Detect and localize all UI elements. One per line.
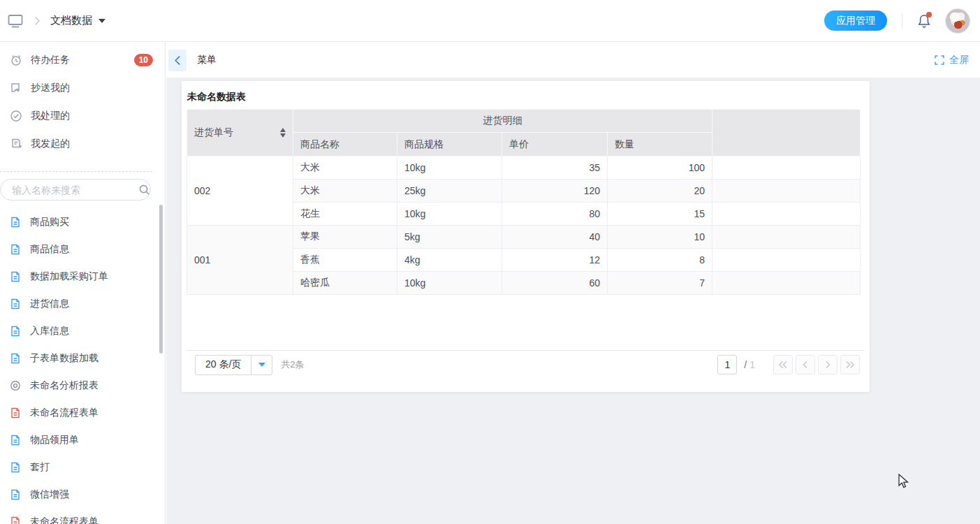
list-item-wechat-enhance[interactable]: 微信增强 (0, 481, 166, 508)
list-item-item-requisition[interactable]: 物品领用单 (0, 426, 166, 453)
list-item-unnamed-flow-form-2[interactable]: 未命名流程表单 (0, 508, 166, 524)
notification-bell-icon[interactable] (917, 13, 931, 29)
cell-product-name: 苹果 (293, 226, 397, 249)
total-pages: 1 (749, 359, 755, 370)
breadcrumb-separator-icon (34, 16, 41, 26)
pagination-divider (187, 350, 864, 351)
sort-icon[interactable] (280, 128, 286, 138)
data-table-card: 未命名数据表 进货单号 进货明细 商品名 (182, 81, 870, 392)
cell-spec: 10kg (397, 203, 502, 226)
sidebar-item-cc-to-me[interactable]: 抄送我的 (0, 74, 166, 102)
last-page-button[interactable] (840, 355, 860, 374)
list-item-label: 套打 (30, 461, 50, 474)
current-page-input[interactable] (717, 355, 737, 374)
cell-empty (712, 226, 861, 249)
list-item-subform-data-load[interactable]: 子表单数据加载 (0, 344, 166, 372)
cell-spec: 10kg (397, 272, 502, 295)
chevron-down-icon (258, 363, 265, 367)
cell-empty (712, 249, 861, 272)
list-item-label: 未命名分析报表 (30, 379, 98, 392)
list-item-warehouse-info[interactable]: 入库信息 (0, 317, 166, 344)
sidebar-search (0, 179, 151, 201)
search-icon[interactable] (138, 184, 150, 196)
app-manage-button[interactable]: 应用管理 (824, 10, 887, 31)
page-size-value: 20 条/页 (196, 356, 251, 374)
table-row[interactable]: 001 苹果 5kg 40 10 (187, 226, 861, 249)
cell-product-name: 大米 (293, 157, 397, 180)
sidebar-scrollbar[interactable] (159, 205, 163, 354)
column-group-header: 进货明细 (293, 110, 712, 133)
cell-empty (712, 203, 861, 226)
notification-dot (926, 12, 932, 17)
form-list: 商品购买 商品信息 数据加载采购订单 进货信息 入库信息 子表单数据加载 未命名… (0, 208, 166, 524)
page-size-caret[interactable] (251, 356, 272, 374)
cell-unit-price: 120 (502, 180, 608, 203)
sidebar: 待办任务 10 抄送我的 我处理的 我发起的 商品购买 商品信息 数据加载采购订… (0, 43, 166, 524)
cell-unit-price: 35 (502, 157, 608, 180)
column-header-quantity: 数量 (608, 133, 712, 157)
list-item-print-template[interactable]: 套打 (0, 453, 166, 481)
column-header-product-name: 商品名称 (293, 133, 397, 157)
main-area: 菜单 全屏 未命名数据表 进货单号 进货明细 (166, 43, 980, 524)
list-item-data-load-purchase-order[interactable]: 数据加载采购订单 (0, 263, 166, 290)
sidebar-item-initiated-by-me[interactable]: 我发起的 (0, 130, 166, 158)
doc-icon (10, 271, 21, 282)
column-header-order-no[interactable]: 进货单号 (187, 110, 293, 157)
topbar: 文档数据 应用管理 (0, 0, 980, 42)
data-table: 进货单号 进货明细 商品名称 商品规格 单价 数量 002 (187, 109, 861, 295)
report-icon (10, 380, 21, 391)
cell-empty (712, 272, 861, 295)
search-input[interactable] (12, 184, 138, 196)
list-item-label: 商品购买 (30, 216, 69, 228)
sidebar-divider (0, 171, 152, 172)
sidebar-item-label: 我发起的 (31, 138, 70, 150)
cell-spec: 25kg (397, 180, 502, 203)
list-item-label: 入库信息 (30, 325, 69, 337)
avatar[interactable] (945, 8, 970, 34)
list-item-goods-info[interactable]: 商品信息 (0, 235, 166, 263)
page-total-label: /1 (744, 359, 755, 370)
back-button[interactable] (168, 50, 187, 71)
chevron-down-icon (98, 19, 105, 23)
alarm-clock-icon (10, 54, 22, 66)
sidebar-item-todo-tasks[interactable]: 待办任务 10 (0, 46, 166, 74)
fullscreen-icon (935, 55, 944, 65)
list-item-label: 数据加载采购订单 (30, 270, 108, 283)
breadcrumb[interactable]: 文档数据 (50, 14, 105, 27)
sidebar-item-label: 待办任务 (31, 54, 70, 66)
doc-icon (10, 489, 21, 500)
list-item-goods-purchase[interactable]: 商品购买 (0, 208, 166, 235)
fullscreen-button[interactable]: 全屏 (935, 54, 969, 66)
column-header-unit-price: 单价 (502, 133, 608, 157)
list-item-label: 未命名流程表单 (30, 407, 98, 419)
cell-quantity: 100 (608, 157, 712, 180)
first-page-button[interactable] (773, 355, 793, 374)
cell-quantity: 7 (608, 272, 712, 295)
list-item-unnamed-flow-form-1[interactable]: 未命名流程表单 (0, 399, 166, 426)
sidebar-item-handled-by-me[interactable]: 我处理的 (0, 102, 166, 130)
list-item-unnamed-report[interactable]: 未命名分析报表 (0, 372, 166, 399)
doc-icon (10, 298, 21, 310)
prev-page-button[interactable] (796, 355, 815, 374)
cell-empty (712, 157, 861, 180)
cell-spec: 4kg (397, 249, 502, 272)
cell-product-name: 花生 (293, 203, 397, 226)
next-page-button[interactable] (818, 355, 838, 374)
cell-order-no: 001 (187, 226, 293, 295)
topbar-divider (902, 13, 902, 29)
page-divider: / (744, 359, 747, 370)
table-row[interactable]: 002 大米 10kg 35 100 (187, 157, 861, 180)
table-header-empty (712, 110, 861, 157)
sidebar-item-label: 抄送我的 (31, 82, 70, 94)
cell-unit-price: 40 (502, 226, 608, 249)
workspace-monitor-icon[interactable] (7, 13, 24, 29)
check-circle-icon (10, 110, 22, 122)
page-size-select[interactable]: 20 条/页 (195, 355, 272, 375)
total-count-label: 共2条 (281, 358, 304, 371)
list-item-incoming-goods-info[interactable]: 进货信息 (0, 290, 166, 317)
doc-icon (10, 353, 21, 364)
cell-spec: 5kg (397, 226, 502, 249)
doc-icon (10, 462, 21, 473)
doc-plus-icon (10, 138, 22, 150)
cell-unit-price: 60 (502, 272, 608, 295)
